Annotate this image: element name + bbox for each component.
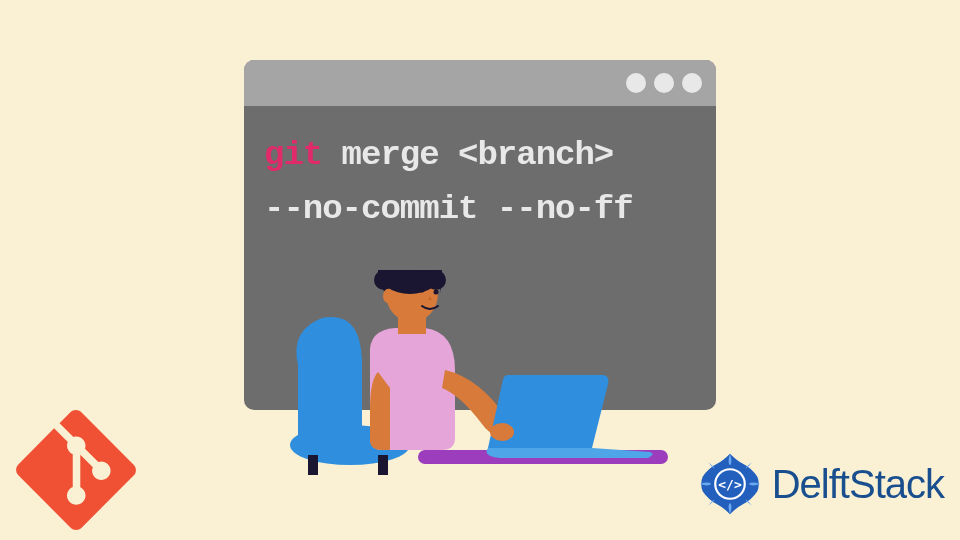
window-dot-icon <box>626 73 646 93</box>
git-logo-icon <box>16 410 136 530</box>
svg-rect-3 <box>378 455 388 475</box>
person-laptop-illustration <box>250 270 680 480</box>
command-text: merge <branch> <box>322 136 613 174</box>
svg-point-15 <box>490 423 514 441</box>
command-line-2: --no-commit --no-ff <box>264 182 696 236</box>
command-line-1: git merge <branch> <box>264 128 696 182</box>
delftstack-text: DelftStack <box>772 462 944 507</box>
svg-point-12 <box>420 288 425 293</box>
git-keyword: git <box>264 136 322 174</box>
svg-text:</>: </> <box>718 477 742 492</box>
svg-rect-2 <box>308 455 318 475</box>
terminal-body: git merge <branch> --no-commit --no-ff <box>244 106 716 259</box>
svg-point-13 <box>434 290 439 295</box>
svg-point-14 <box>383 289 393 303</box>
window-dot-icon <box>654 73 674 93</box>
window-dot-icon <box>682 73 702 93</box>
delftstack-logo: </> DelftStack <box>694 448 944 520</box>
delftstack-emblem-icon: </> <box>694 448 766 520</box>
svg-point-9 <box>426 270 446 290</box>
terminal-titlebar <box>244 60 716 106</box>
